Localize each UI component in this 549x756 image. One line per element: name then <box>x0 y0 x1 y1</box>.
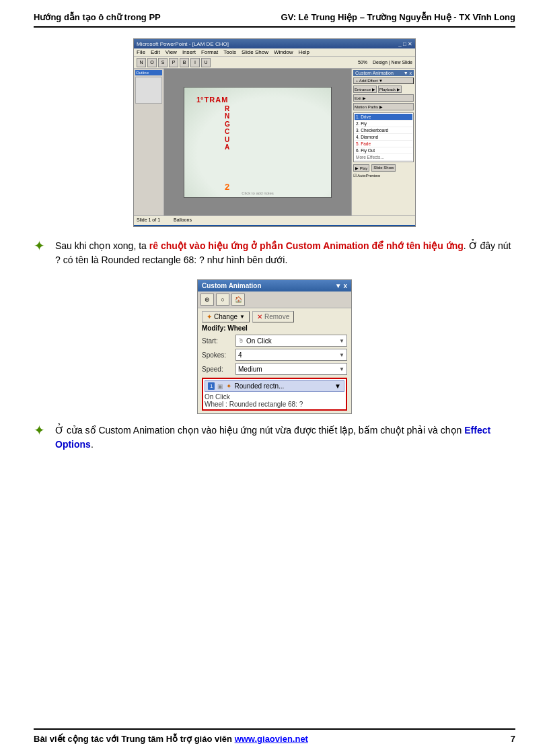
pp-title: Microsoft PowerPoint - [LAM DE CHO] <box>137 41 229 47</box>
bullet-icon-2: ✦ <box>34 422 48 438</box>
pp-sidebar: Outline <box>134 69 164 215</box>
section2: ✦ Ở cửa sổ Custom Animation chọn vào hiệ… <box>34 423 515 452</box>
footer-page-number: 7 <box>511 734 515 744</box>
ca-panel: Custom Animation ▼ x ⊕ ○ 🏠 ✦ Change ▼ <box>197 279 352 414</box>
pp-controls: _ □ ✕ <box>398 41 412 47</box>
ca-panel-body: ✦ Change ▼ ✕ Remove Modify: Wheel Start: <box>198 308 351 413</box>
ca-spokes-value: 4 <box>238 351 242 359</box>
ca-speed-row: Speed: Medium ▼ <box>202 363 347 375</box>
pp-toolbar: N O S P B I U 50% Design | New Slide <box>134 57 415 69</box>
header-left: Hướng dẫn tạo ô chữ trong PP <box>34 12 161 22</box>
ca-toolbar-btn-3[interactable]: 🏠 <box>231 294 245 306</box>
ca-onclick-text: On Click <box>205 393 344 401</box>
slide-thumbnail <box>135 77 162 104</box>
ca-list-panel: 1 ▣ ✦ Rounded rectn... ▼ On Click Wheel … <box>202 378 347 411</box>
pp-custom-anim-panel: Custom Animation ▼ x + Add Effect ▼ Entr… <box>351 69 415 215</box>
ca-toolbar-btn-1[interactable]: ⊕ <box>200 294 214 306</box>
section1: ✦ Sau khi chọn xong, ta rê chuột vào hiệ… <box>34 239 515 267</box>
ca-speed-select[interactable]: Medium ▼ <box>235 363 347 375</box>
ca-spokes-dropdown-arrow: ▼ <box>339 352 344 358</box>
ca-panel-toolbar: ⊕ ○ 🏠 <box>198 291 351 308</box>
text-before-2: Ở cửa sổ Custom Animation chọn vào hiệu … <box>55 425 464 436</box>
ca-spokes-select[interactable]: 4 ▼ <box>235 349 347 361</box>
ca-start-label: Start: <box>202 337 235 345</box>
pp-titlebar: Microsoft PowerPoint - [LAM DE CHO] _ □ … <box>134 39 415 48</box>
pp-content: Outline 1° T R A <box>134 69 415 215</box>
ca-start-dropdown-arrow: ▼ <box>339 338 344 344</box>
ca-panel-close[interactable]: ▼ x <box>335 282 347 289</box>
ca-effects-list: 1. Drive 2. Fly 3. Checkerboard 4. Diamo… <box>353 112 414 162</box>
ca-start-value: On Click <box>246 337 272 345</box>
ca-panel-title: Custom Animation <box>202 282 262 289</box>
ca-spokes-label: Spokes: <box>202 351 235 359</box>
pp-menubar: File Edit View Insert Format Tools Slide… <box>134 48 415 57</box>
ca-modify-label: Modify: Wheel <box>202 324 347 332</box>
bullet-text-2: Ở cửa sổ Custom Animation chọn vào hiệu … <box>55 423 515 452</box>
ca-start-select[interactable]: 🖱 On Click ▼ <box>235 335 347 347</box>
ca-change-button[interactable]: ✦ Change ▼ <box>202 311 250 322</box>
bullet-item-1: ✦ Sau khi chọn xong, ta rê chuột vào hiệ… <box>34 239 515 267</box>
pp-window: Microsoft PowerPoint - [LAM DE CHO] _ □ … <box>134 39 415 226</box>
ca-speed-dropdown-arrow: ▼ <box>339 366 344 372</box>
ca-spokes-row: Spokes: 4 ▼ <box>202 349 347 361</box>
bullet-text-1: Sau khi chọn xong, ta rê chuột vào hiệu … <box>55 239 515 267</box>
highlight-red-1: rê chuột vào hiệu ứng ở phần Custom Anim… <box>149 240 464 251</box>
text-before-1: Sau khi chọn xong, ta <box>55 240 149 251</box>
ca-panel-titlebar: Custom Animation ▼ x <box>198 280 351 291</box>
ca-speed-label: Speed: <box>202 366 235 373</box>
ca-panel-container: Custom Animation ▼ x ⊕ ○ 🏠 ✦ Change ▼ <box>34 279 515 414</box>
pp-slide-area: 1° T R A M R N G C <box>164 69 351 215</box>
page-header: Hướng dẫn tạo ô chữ trong PP GV: Lê Trun… <box>34 12 515 28</box>
bullet-icon-1: ✦ <box>34 238 48 254</box>
pp-statusbar: Slide 1 of 1 Balloons <box>134 215 415 225</box>
bullet-item-2: ✦ Ở cửa sổ Custom Animation chọn vào hiệ… <box>34 423 515 452</box>
screenshot-container: Microsoft PowerPoint - [LAM DE CHO] _ □ … <box>34 38 515 227</box>
ca-wheel-text: Wheel : Rounded rectangle 68: ? <box>205 401 344 408</box>
ca-entry-number: 1 <box>208 382 215 390</box>
page: Hướng dẫn tạo ô chữ trong PP GV: Lê Trun… <box>0 0 549 756</box>
ca-speed-value: Medium <box>238 366 262 373</box>
footer-text: Bài viết cộng tác với Trung tâm Hỗ trợ g… <box>34 734 308 744</box>
screenshot-box: Microsoft PowerPoint - [LAM DE CHO] _ □ … <box>133 38 416 227</box>
ca-title: Custom Animation ▼ x <box>353 70 414 76</box>
ca-start-row: Start: 🖱 On Click ▼ <box>202 335 347 347</box>
page-footer: Bài viết cộng tác với Trung tâm Hỗ trợ g… <box>34 728 515 744</box>
text-after-2: . <box>91 439 94 450</box>
ca-list-entry[interactable]: 1 ▣ ✦ Rounded rectn... ▼ <box>205 380 344 392</box>
ca-remove-button[interactable]: ✕ Remove <box>252 311 294 322</box>
pp-slide: 1° T R A M R N G C <box>184 87 332 198</box>
slide-bg <box>184 88 331 197</box>
footer-link[interactable]: www.giaovien.net <box>235 734 308 744</box>
pp-taskbar: 🪟 start Microsoft PowerPoint... ppt Prim… <box>134 225 415 227</box>
ca-toolbar-btn-2[interactable]: ○ <box>216 294 229 306</box>
ca-add-effect[interactable]: + Add Effect ▼ <box>353 77 414 84</box>
header-right: GV: Lê Trung Hiệp – Trường Nguyễn Huệ - … <box>281 12 515 22</box>
ca-entry-text: Rounded rectn... <box>234 382 284 390</box>
